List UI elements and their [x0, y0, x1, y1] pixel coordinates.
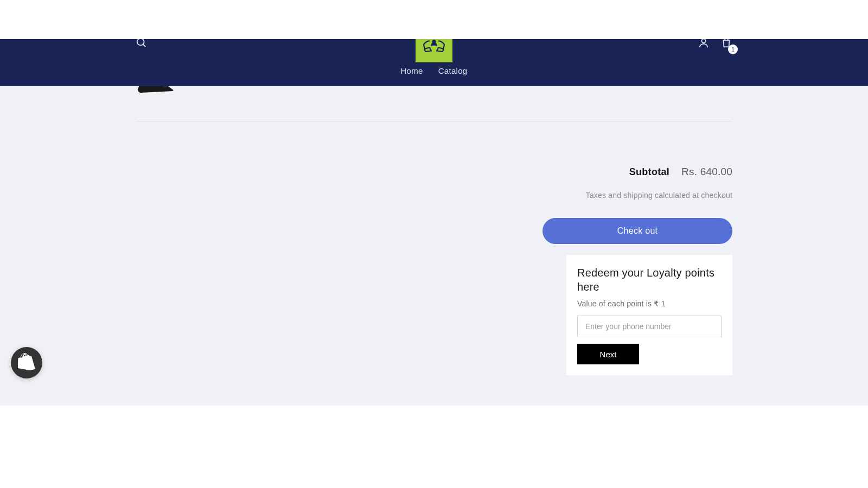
checkout-button[interactable]: Check out: [542, 218, 732, 244]
cart-button[interactable]: 1: [720, 39, 732, 51]
frame-bottom-margin: [0, 406, 868, 488]
nav-catalog[interactable]: Catalog: [438, 66, 468, 75]
frame-top-margin: [0, 0, 868, 39]
search-button[interactable]: [136, 39, 148, 51]
site-header: 1 Home Catalog: [0, 39, 868, 86]
cart-count-badge: 1: [728, 44, 738, 54]
loyalty-card: Redeem your Loyalty points here Value of…: [566, 255, 732, 375]
account-button[interactable]: [698, 39, 710, 51]
tax-note: Taxes and shipping calculated at checkou…: [586, 191, 732, 200]
shopify-icon: [18, 353, 35, 373]
user-icon: [698, 39, 710, 49]
page-viewport[interactable]: 1 Home Catalog: [0, 39, 868, 406]
loyalty-title: Redeem your Loyalty points here: [577, 266, 722, 294]
subtotal-value: Rs. 640.00: [681, 166, 732, 178]
main-content: Subtotal Rs. 640.00 Taxes and shipping c…: [136, 86, 732, 375]
subtotal-label: Subtotal: [629, 166, 669, 178]
nav-home[interactable]: Home: [400, 66, 423, 75]
loyalty-subtitle: Value of each point is ₹ 1: [577, 299, 722, 308]
logo-icon: [420, 39, 448, 56]
shopify-widget-button[interactable]: [11, 347, 42, 378]
site-logo[interactable]: [416, 39, 452, 62]
search-icon: [136, 39, 148, 49]
cart-divider: [136, 121, 732, 121]
loyalty-next-button[interactable]: Next: [577, 344, 639, 364]
svg-point-4: [701, 39, 705, 43]
svg-line-1: [143, 44, 146, 47]
svg-rect-5: [164, 86, 167, 87]
subtotal-row: Subtotal Rs. 640.00: [629, 166, 732, 178]
loyalty-phone-input[interactable]: [577, 316, 722, 337]
cart-item-thumbnail[interactable]: [136, 86, 175, 94]
